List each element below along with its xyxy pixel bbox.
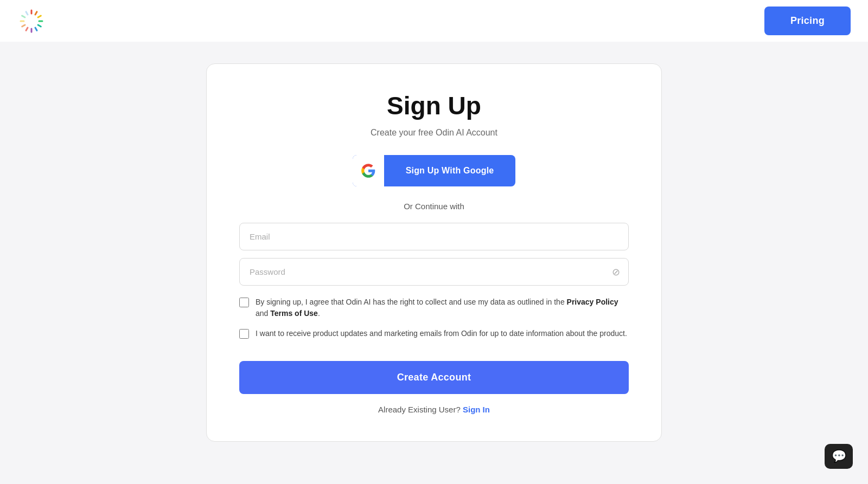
divider-text: Or Continue with: [239, 202, 629, 211]
marketing-checkbox-item: I want to receive product updates and ma…: [239, 328, 629, 339]
main-content: Sign Up Create your free Odin AI Account…: [0, 42, 868, 463]
google-btn-wrapper: Sign Up With Google: [239, 155, 629, 186]
page-title: Sign Up: [239, 91, 629, 120]
create-account-button[interactable]: Create Account: [239, 361, 629, 394]
marketing-checkbox[interactable]: [239, 329, 249, 339]
terms-checkbox[interactable]: [239, 298, 249, 307]
signin-prompt: Already Existing User? Sign In: [239, 405, 629, 414]
google-icon-box: [353, 155, 384, 186]
logo-icon: [17, 7, 46, 35]
svg-line-2: [38, 16, 41, 17]
toggle-password-icon[interactable]: ⊘: [612, 266, 620, 278]
svg-line-7: [26, 28, 28, 30]
google-signup-button[interactable]: Sign Up With Google: [353, 155, 515, 186]
chat-support-bubble[interactable]: 💬: [825, 444, 853, 469]
password-field[interactable]: [239, 258, 629, 286]
checkbox-group: By signing up, I agree that Odin AI has …: [239, 296, 629, 339]
header: Pricing: [0, 0, 868, 42]
svg-line-1: [35, 11, 37, 14]
chat-icon: 💬: [832, 449, 846, 463]
svg-line-5: [35, 28, 37, 30]
terms-label: By signing up, I agree that Odin AI has …: [256, 296, 629, 319]
page-subtitle: Create your free Odin AI Account: [239, 128, 629, 138]
google-btn-label: Sign Up With Google: [384, 166, 515, 176]
logo: [17, 7, 46, 35]
svg-line-8: [22, 25, 25, 27]
marketing-label: I want to receive product updates and ma…: [256, 328, 627, 339]
pricing-button[interactable]: Pricing: [764, 7, 851, 35]
email-group: [239, 223, 629, 250]
svg-line-4: [38, 25, 41, 27]
svg-line-10: [22, 16, 25, 17]
password-group: ⊘: [239, 258, 629, 286]
signup-card: Sign Up Create your free Odin AI Account…: [206, 63, 662, 442]
email-field[interactable]: [239, 223, 629, 250]
google-icon: [361, 163, 376, 178]
svg-line-11: [26, 11, 28, 14]
signin-link[interactable]: Sign In: [463, 405, 490, 414]
terms-checkbox-item: By signing up, I agree that Odin AI has …: [239, 296, 629, 319]
